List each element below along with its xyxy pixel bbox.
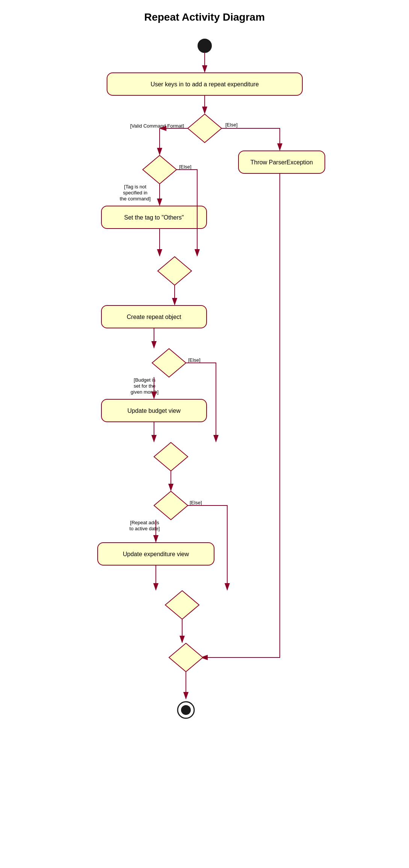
decision1-diamond	[188, 114, 222, 143]
decision8-diamond	[169, 643, 203, 672]
end-inner-circle	[181, 705, 191, 715]
d4-label-else: [Else]	[188, 357, 201, 363]
arrow-d1-throw	[222, 128, 280, 150]
d4-label-budget3: given month]	[130, 389, 158, 395]
d4-label-budget1: [Budget is	[134, 377, 155, 383]
d6-label-repeat2: to active date]	[129, 526, 160, 531]
arrow-throw-rejoin	[201, 173, 280, 657]
d2-label-tag3: the command]	[119, 196, 150, 202]
start-node	[198, 39, 211, 53]
decision3-diamond	[158, 257, 192, 285]
decision2-diamond	[143, 155, 177, 184]
d2-label-tag1: [Tag is not	[124, 184, 146, 190]
d2-label-else: [Else]	[179, 164, 192, 170]
d2-label-tag2: specified in	[123, 190, 147, 196]
d4-label-budget2: set for the	[134, 383, 155, 389]
throw-parser-text: Throw ParserException	[250, 159, 312, 165]
create-repeat-text: Create repeat object	[127, 314, 181, 320]
diagram-title: Repeat Activity Diagram	[144, 11, 265, 23]
diagram-container: Repeat Activity Diagram User keys in to …	[62, 11, 347, 856]
decision5-diamond	[154, 442, 188, 471]
decision7-diamond	[165, 591, 199, 619]
d1-label-valid: [Valid Command Format]	[130, 123, 184, 129]
d6-label-else: [Else]	[190, 500, 202, 505]
update-exp-text: Update expenditure view	[122, 551, 189, 557]
set-tag-text: Set the tag to "Others"	[124, 214, 184, 221]
decision6-diamond	[154, 491, 188, 520]
d1-label-else: [Else]	[225, 122, 238, 128]
update-budget-text: Update budget view	[127, 408, 181, 414]
decision4-diamond	[152, 349, 186, 377]
step1-text: User keys in to add a repeat expenditure	[150, 81, 258, 87]
d6-label-repeat1: [Repeat adds	[130, 520, 159, 525]
